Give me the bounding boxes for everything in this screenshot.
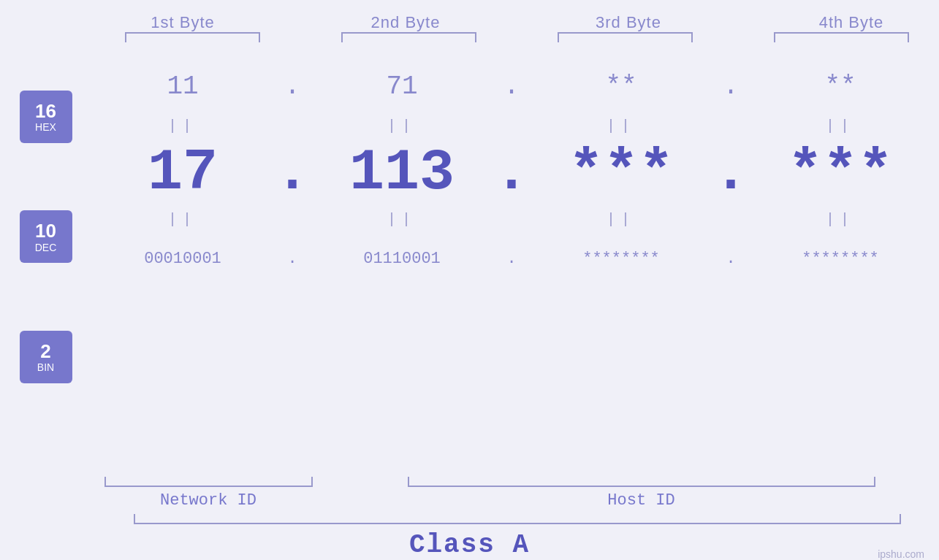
hex-byte1: 11 (167, 72, 198, 101)
watermark: ipshu.com (878, 548, 924, 560)
big-bracket-row (121, 514, 913, 524)
top-brackets (95, 32, 939, 42)
bottom-brackets (95, 477, 939, 487)
main-container: 1st Byte 2nd Byte 3rd Byte 4th Byte 16 (0, 0, 939, 560)
hex-byte2: 71 (386, 72, 417, 101)
network-id-bracket (104, 477, 313, 487)
bin-badge: 2 BIN (20, 331, 72, 383)
bin-badge-label: BIN (37, 361, 54, 373)
class-label-row: Class A ipshu.com (0, 530, 939, 560)
bin-byte2: 01110001 (363, 250, 441, 268)
bin-row: 00010001 . 01110001 . ******** . *******… (84, 229, 939, 288)
byte4-header: 4th Byte (751, 13, 940, 32)
hex-dot1: . (284, 72, 300, 101)
equals-row-1: || || || || (84, 115, 939, 136)
byte3-header: 3rd Byte (528, 13, 729, 32)
byte1-header: 1st Byte (83, 13, 284, 32)
eq2-byte3: || (607, 211, 636, 228)
bin-byte3: ******** (582, 250, 660, 268)
bin-byte1: 00010001 (144, 250, 221, 268)
eq1-byte1: || (168, 118, 197, 134)
eq1-byte2: || (387, 118, 417, 134)
equals-row-2: || || || || (84, 209, 939, 229)
dec-badge: 10 DEC (20, 210, 72, 263)
hex-dot2: . (503, 72, 520, 101)
content-area: 16 HEX 10 DEC 2 BIN 11 . 71 . ** . ** (0, 50, 939, 475)
hex-badge: 16 HEX (20, 91, 72, 143)
dec-badge-label: DEC (35, 242, 57, 253)
bin-byte4: ******** (802, 250, 879, 268)
id-labels: Network ID Host ID (95, 491, 939, 510)
bin-dot1: . (287, 250, 297, 268)
hex-badge-label: HEX (35, 121, 56, 133)
eq2-byte4: || (826, 211, 855, 228)
dec-byte4: *** (788, 139, 893, 206)
bracket-byte2 (341, 32, 476, 42)
byte2-header: 2nd Byte (305, 13, 506, 32)
badges-column: 16 HEX 10 DEC 2 BIN (0, 50, 84, 475)
bracket-byte1 (125, 32, 260, 42)
bin-dot2: . (506, 250, 516, 268)
bin-badge-num: 2 (40, 341, 50, 362)
bin-dot3: . (726, 250, 735, 268)
host-id-bracket-wrap (343, 477, 939, 487)
dec-byte2: 113 (349, 139, 455, 206)
eq1-byte4: || (826, 118, 855, 134)
dec-row: 17 . 113 . *** . *** (84, 136, 939, 209)
hex-row: 11 . 71 . ** . ** (84, 57, 939, 115)
host-id-bracket (408, 477, 875, 487)
class-label: Class A (409, 530, 530, 560)
hex-dot3: . (723, 72, 739, 101)
hex-byte4: ** (824, 72, 856, 101)
bracket-byte4 (774, 32, 909, 42)
byte-headers: 1st Byte 2nd Byte 3rd Byte 4th Byte (47, 0, 939, 32)
dec-badge-num: 10 (35, 220, 56, 242)
dec-byte3: *** (569, 139, 674, 206)
bracket-byte3 (558, 32, 693, 42)
hex-byte3: ** (605, 72, 636, 101)
dec-byte1: 17 (148, 139, 218, 206)
eq2-byte2: || (387, 211, 417, 228)
network-id-label: Network ID (95, 491, 322, 510)
eq2-byte1: || (168, 211, 197, 228)
eq1-byte3: || (607, 118, 636, 134)
values-area: 11 . 71 . ** . ** || || || || 17 (84, 50, 939, 475)
network-id-bracket-wrap (95, 477, 322, 487)
host-id-label: Host ID (343, 491, 939, 510)
hex-badge-num: 16 (35, 101, 56, 122)
big-bracket (134, 514, 901, 524)
